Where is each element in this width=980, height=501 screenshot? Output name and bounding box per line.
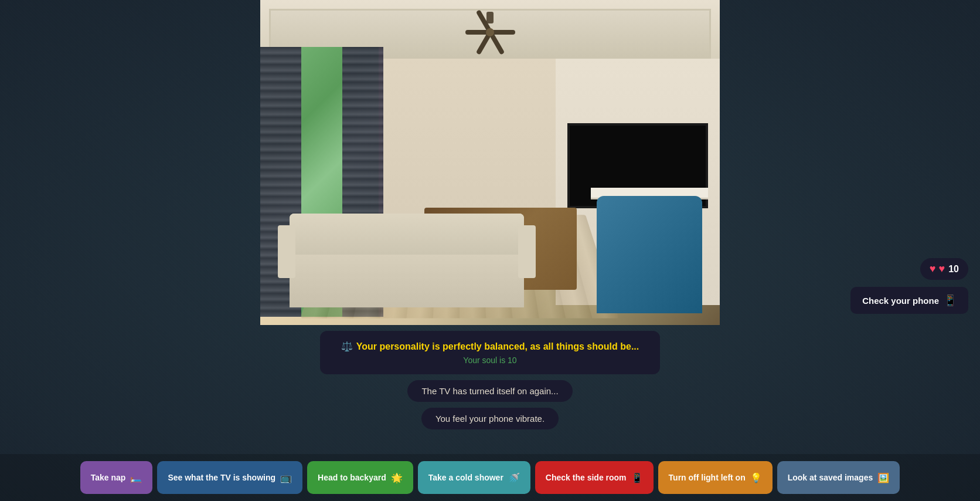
- fan-mount: [486, 12, 494, 23]
- scene-container: [260, 0, 720, 325]
- action-btn-cold-shower[interactable]: Take a cold shower🚿: [418, 461, 530, 494]
- saved-images-label: Look at saved images: [788, 473, 873, 482]
- turn-off-light-label: Turn off light left on: [669, 473, 746, 482]
- event-message-2: You feel your phone vibrate.: [421, 408, 559, 429]
- phone-icon: 📱: [944, 294, 957, 307]
- see-tv-label: See what the TV is showing: [168, 473, 275, 482]
- message-area: ⚖️Your personality is perfectly balanced…: [314, 331, 666, 429]
- check-side-room-icon: 📱: [631, 472, 643, 483]
- action-btn-turn-off-light[interactable]: Turn off light left on💡: [658, 461, 773, 494]
- action-btn-saved-images[interactable]: Look at saved images🖼️: [777, 461, 900, 494]
- check-phone-button[interactable]: Check your phone 📱: [850, 287, 968, 314]
- see-tv-icon: 📺: [280, 472, 292, 483]
- fan-center: [486, 28, 494, 36]
- ceiling-fan: [467, 12, 513, 47]
- turn-off-light-icon: 💡: [750, 472, 762, 483]
- main-message-text: ⚖️Your personality is perfectly balanced…: [336, 340, 644, 353]
- check-phone-label: Check your phone: [862, 296, 939, 306]
- soul-text: Your soul is 10: [336, 356, 644, 365]
- head-backyard-label: Head to backyard: [318, 473, 386, 482]
- balance-icon: ⚖️: [341, 341, 353, 351]
- lives-count: 10: [948, 264, 959, 275]
- action-buttons-row: Take nap🛏️See what the TV is showing📺Hea…: [0, 454, 980, 501]
- action-btn-head-backyard[interactable]: Head to backyard🌟: [307, 461, 413, 494]
- fan-blades: [467, 23, 513, 41]
- sofa-main: [290, 214, 524, 307]
- event-message-1: The TV has turned itself on again...: [407, 380, 572, 402]
- action-btn-see-tv[interactable]: See what the TV is showing📺: [157, 461, 302, 494]
- saved-images-icon: 🖼️: [877, 472, 889, 483]
- cold-shower-icon: 🚿: [508, 472, 520, 483]
- action-btn-take-nap[interactable]: Take nap🛏️: [80, 461, 153, 494]
- heart-icon: ♥ ♥: [930, 263, 945, 275]
- take-nap-label: Take nap: [91, 473, 126, 482]
- blue-chair: [597, 196, 702, 313]
- take-nap-icon: 🛏️: [130, 472, 142, 483]
- main-message-box: ⚖️Your personality is perfectly balanced…: [320, 331, 660, 374]
- check-side-room-label: Check the side room: [546, 473, 627, 482]
- side-panel: ♥ ♥ 10 Check your phone 📱: [850, 258, 968, 314]
- scene-image: [260, 0, 720, 325]
- sofa-arm-left: [278, 225, 295, 278]
- head-backyard-icon: 🌟: [391, 472, 403, 483]
- cold-shower-label: Take a cold shower: [428, 473, 503, 482]
- sofa-arm-right: [518, 225, 536, 278]
- sofa-back: [290, 214, 524, 255]
- lives-badge: ♥ ♥ 10: [920, 258, 968, 280]
- action-btn-check-side-room[interactable]: Check the side room📱: [535, 461, 654, 494]
